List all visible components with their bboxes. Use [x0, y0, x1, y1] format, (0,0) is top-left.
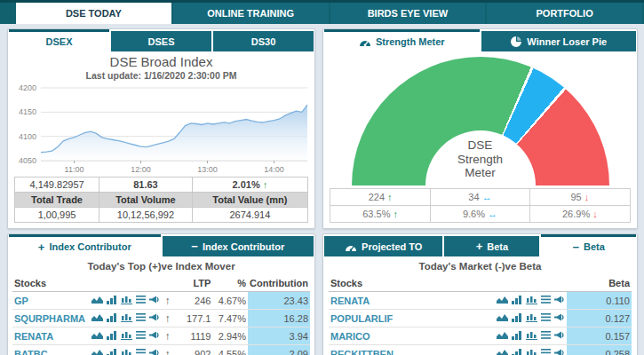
contribution-value: 3.94 [248, 327, 310, 345]
list-icon[interactable] [541, 331, 551, 339]
list-icon[interactable] [541, 349, 551, 355]
contribution-value: 16.28 [248, 310, 310, 327]
list-icon[interactable] [541, 313, 551, 321]
beta-table-title: Today's Market (-)ve Beta [323, 256, 637, 275]
nav-tab-portfolio[interactable]: PORTFOLIO [487, 3, 642, 24]
tab-negative-beta[interactable]: − Beta [541, 234, 636, 256]
area-chart-icon[interactable] [497, 331, 508, 340]
beta-value: 0.258 [567, 345, 632, 355]
area-chart-icon[interactable] [497, 313, 508, 322]
up-arrow-icon: ↑ [163, 345, 177, 355]
stock-action-icons [91, 313, 160, 322]
column-chart-icon[interactable] [526, 331, 537, 340]
tab-label: Beta [487, 241, 508, 252]
total-volume-header: Total Volume [99, 193, 193, 208]
index-contributor-panel: + Index Contributor − Index Contributor … [7, 233, 315, 355]
table-row: RENATA 0.110 [329, 292, 632, 310]
stock-link[interactable]: BATBC [12, 345, 90, 355]
list-icon[interactable] [136, 296, 146, 304]
announcement-icon[interactable] [149, 331, 160, 340]
announcement-icon[interactable] [149, 313, 160, 322]
tab-ds30[interactable]: DS30 [213, 31, 314, 51]
table-row: SQURPHARMA ↑ 177.1 7.47% 16.28 [12, 310, 310, 327]
svg-text:11:00: 11:00 [65, 165, 84, 174]
gauge-icon [359, 36, 371, 47]
bar-chart-icon[interactable] [512, 296, 522, 304]
area-chart-icon[interactable] [91, 331, 103, 340]
area-chart-icon[interactable] [91, 313, 103, 322]
bar-chart-icon[interactable] [107, 349, 117, 355]
stock-link[interactable]: SQURPHARMA [12, 310, 90, 327]
tab-label: Winner Loser Pie [527, 36, 607, 47]
down-arrow-icon: ↓ [592, 209, 598, 219]
announcement-icon[interactable] [554, 313, 565, 322]
bar-chart-icon[interactable] [512, 313, 522, 322]
tab-winner-loser-pie[interactable]: Winner Loser Pie [481, 31, 637, 51]
list-icon[interactable] [541, 296, 551, 304]
tab-dsex[interactable]: DSEX [9, 29, 109, 51]
index-panel: DSEX DSES DS30 DSE Broad Index Last upda… [7, 28, 315, 229]
tab-positive-index-contributor[interactable]: + Index Contributor [9, 234, 161, 256]
bar-chart-icon[interactable] [512, 349, 522, 355]
nav-tab-dse-today[interactable]: DSE TODAY [16, 3, 171, 24]
list-icon[interactable] [136, 349, 146, 355]
tab-strength-meter[interactable]: Strength Meter [324, 29, 480, 51]
list-icon[interactable] [136, 313, 146, 321]
stock-link[interactable]: RENATA [12, 327, 90, 345]
total-trade-header: Total Trade [15, 193, 99, 208]
column-chart-icon[interactable] [526, 349, 537, 355]
column-chart-icon[interactable] [526, 296, 537, 304]
plus-icon: + [38, 241, 45, 254]
bar-chart-icon[interactable] [107, 296, 117, 304]
svg-text:4150: 4150 [19, 107, 36, 116]
announcement-icon[interactable] [554, 296, 565, 304]
announcement-icon[interactable] [554, 331, 565, 340]
nav-tab-birds-eye-view[interactable]: BIRDS EYE VIEW [330, 3, 486, 24]
bar-chart-icon[interactable] [107, 313, 117, 322]
bar-chart-icon[interactable] [107, 331, 117, 340]
column-chart-icon[interactable] [526, 313, 537, 322]
column-chart-icon[interactable] [121, 331, 132, 340]
left-right-arrow-icon: ↔ [482, 192, 492, 202]
column-chart-icon[interactable] [121, 349, 132, 355]
announcement-icon[interactable] [149, 296, 160, 304]
tab-projected-to[interactable]: Projected TO [324, 236, 442, 256]
area-chart-icon[interactable] [91, 296, 103, 304]
beta-value: 0.127 [567, 310, 632, 327]
ltp-value: 246 [177, 292, 213, 310]
stock-link[interactable]: RECKITTBEN [329, 345, 449, 355]
unchanged-pct: 9.6% ↔ [431, 206, 530, 223]
svg-text:4100: 4100 [19, 132, 36, 141]
stock-link[interactable]: GP [12, 292, 90, 310]
stock-link[interactable]: MARICO [329, 327, 449, 345]
top-nav: DSE TODAY ONLINE TRAINING BIRDS EYE VIEW… [0, 0, 644, 24]
nav-tab-online-training[interactable]: ONLINE TRAINING [173, 3, 329, 24]
advancing-count: 224 ↑ [330, 189, 431, 206]
index-line-chart[interactable]: 405041004150420011:0012:0013:0014:00 [9, 83, 314, 175]
ltp-value: 1119 [177, 327, 213, 345]
bar-chart-icon[interactable] [512, 331, 522, 340]
area-chart-icon[interactable] [497, 349, 508, 355]
down-arrow-icon: ↓ [584, 192, 590, 202]
pct-value: 2.94% [212, 327, 248, 345]
announcement-icon[interactable] [149, 349, 160, 355]
list-icon[interactable] [136, 331, 146, 339]
minus-icon: − [191, 240, 198, 253]
column-chart-icon[interactable] [121, 313, 132, 322]
area-chart-icon[interactable] [497, 296, 508, 304]
tab-label: Projected TO [362, 241, 422, 252]
beta-value: 0.157 [567, 327, 632, 345]
beta-panel: Projected TO + Beta − Beta Today's Marke… [322, 233, 638, 355]
stock-link[interactable]: RENATA [329, 292, 449, 310]
tab-positive-beta[interactable]: + Beta [444, 236, 539, 256]
area-chart-icon[interactable] [91, 349, 103, 355]
tab-negative-index-contributor[interactable]: − Index Contributor [163, 236, 314, 256]
stock-link[interactable]: POPULARLIF [329, 310, 449, 327]
tab-dses[interactable]: DSES [111, 31, 211, 51]
column-chart-icon[interactable] [121, 296, 132, 304]
contribution-value: 2.09 [248, 345, 310, 355]
up-arrow-icon: ↑ [163, 327, 177, 345]
ltp-value: 902 [177, 345, 213, 355]
index-change: 81.63 [99, 178, 193, 193]
announcement-icon[interactable] [554, 349, 565, 355]
